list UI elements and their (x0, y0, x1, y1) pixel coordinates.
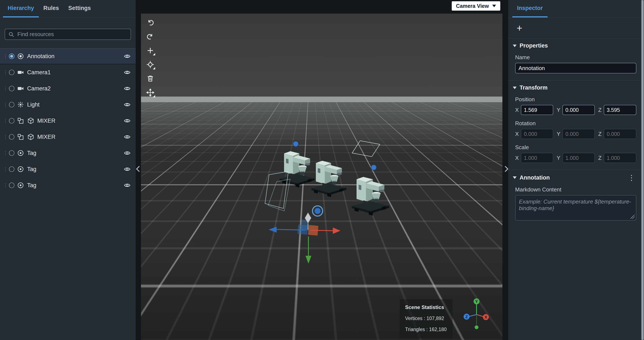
axis-y-label: Y (557, 155, 560, 161)
drag-handle-icon[interactable] (3, 86, 9, 91)
left-tabbar: Hierarchy Rules Settings (0, 0, 136, 18)
section-transform-header[interactable]: Transform (513, 84, 636, 91)
mixer-model-2[interactable] (312, 161, 346, 197)
tree-row-mixer1[interactable]: MIXER (0, 113, 136, 129)
search-input[interactable] (5, 29, 131, 40)
tree-row-tag2[interactable]: Tag (0, 161, 136, 177)
tree-row-annotation[interactable]: Annotation (0, 48, 136, 64)
scene-statistics-triangles: Triangles : 162,180 (405, 327, 447, 332)
radio[interactable] (9, 150, 14, 156)
tree-item-label: Tag (27, 182, 124, 189)
axis-y-label: Y (557, 131, 560, 137)
anchor-handle-1[interactable] (293, 141, 298, 147)
position-label: Position (515, 96, 636, 103)
drag-handle-icon[interactable] (3, 166, 9, 172)
markdown-content-textarea[interactable] (515, 195, 636, 221)
visibility-eye-icon[interactable] (124, 133, 130, 140)
viewport-toolbar (144, 17, 156, 101)
mixer-model-1[interactable] (280, 151, 314, 188)
add-component-button[interactable]: + (516, 23, 522, 33)
axis-x-label: X (484, 315, 487, 319)
position-y-field[interactable] (562, 105, 595, 115)
tree-item-label: Camera2 (27, 85, 124, 92)
annotation-icon (17, 53, 24, 60)
tab-inspector[interactable]: Inspector (512, 0, 548, 18)
visibility-eye-icon[interactable] (124, 182, 130, 189)
scene-canvas[interactable]: Y Z X (141, 14, 502, 340)
scene-statistics-title: Scene Statistics (405, 304, 447, 310)
radio[interactable] (9, 118, 14, 123)
undo-button[interactable] (144, 17, 156, 29)
tab-hierarchy[interactable]: Hierarchy (3, 0, 39, 18)
markdown-content-label: Markdown Content (515, 186, 636, 193)
camera-icon (17, 69, 24, 76)
radio[interactable] (9, 86, 14, 91)
cube-icon (27, 117, 34, 124)
move-tool-button[interactable] (144, 87, 156, 98)
visibility-eye-icon[interactable] (124, 166, 130, 173)
axis-x-label: X (515, 131, 519, 137)
anchor-handle-2[interactable] (371, 165, 376, 170)
component-icon (17, 133, 24, 140)
radio-selected[interactable] (9, 54, 14, 59)
mixer-model-3[interactable] (352, 177, 389, 215)
kebab-menu-icon[interactable] (626, 174, 636, 181)
visibility-eye-icon[interactable] (124, 53, 130, 60)
drag-handle-icon[interactable] (3, 102, 9, 107)
resize-handle-icon[interactable] (630, 215, 635, 219)
scene-statistics-vertices: Vertices : 107,892 (405, 316, 447, 321)
tree-row-camera2[interactable]: Camera2 (0, 80, 136, 97)
drag-handle-icon[interactable] (3, 70, 9, 75)
drag-handle-icon[interactable] (3, 183, 9, 188)
tree-item-label: MIXER (37, 118, 124, 124)
delete-button[interactable] (144, 73, 156, 84)
drag-handle-icon[interactable] (3, 54, 9, 59)
collapse-right-panel-icon[interactable] (502, 166, 508, 172)
camera-view-label: Camera View (456, 3, 489, 9)
axis-orientation-gizmo[interactable]: Y Z X (464, 298, 489, 329)
radio[interactable] (9, 70, 14, 75)
visibility-eye-icon[interactable] (124, 85, 130, 92)
tree-row-tag1[interactable]: Tag (0, 145, 136, 161)
radio[interactable] (9, 183, 14, 188)
radio[interactable] (9, 134, 14, 140)
viewport-region: Camera View (136, 0, 508, 340)
translate-gizmo[interactable] (268, 213, 340, 264)
visibility-eye-icon[interactable] (124, 101, 130, 108)
visibility-eye-icon[interactable] (124, 150, 130, 156)
tab-settings[interactable]: Settings (64, 0, 96, 18)
drag-handle-icon[interactable] (3, 118, 9, 123)
add-object-button[interactable] (144, 45, 156, 56)
tree-row-light[interactable]: Light (0, 97, 136, 113)
visibility-eye-icon[interactable] (124, 69, 130, 76)
cube-icon (27, 133, 34, 140)
resource-search (5, 29, 131, 40)
rotation-z-field (604, 129, 636, 139)
tree-row-camera1[interactable]: Camera1 (0, 64, 136, 80)
placement-tool-button[interactable] (144, 59, 156, 70)
radio[interactable] (9, 102, 14, 107)
visibility-eye-icon[interactable] (124, 117, 130, 124)
tree-row-mixer2[interactable]: MIXER (0, 129, 136, 145)
panel-scrollbar (641, 0, 644, 340)
section-properties-header[interactable]: Properties (513, 43, 636, 49)
section-annotation-header[interactable]: Annotation (513, 174, 636, 181)
chevron-down-icon (492, 5, 496, 7)
selected-anchor-handle[interactable] (312, 206, 323, 216)
position-x-field[interactable] (521, 105, 553, 115)
camera-view-dropdown[interactable]: Camera View (452, 1, 500, 11)
radio[interactable] (9, 166, 14, 172)
scrollbar-thumb[interactable] (642, 0, 644, 340)
drag-handle-icon[interactable] (3, 134, 9, 139)
tree-item-label: Tag (27, 166, 124, 173)
tab-rules[interactable]: Rules (39, 0, 64, 18)
chevron-down-icon (513, 176, 516, 179)
name-field[interactable] (515, 63, 636, 73)
position-row: X Y Z (515, 105, 636, 115)
chevron-down-icon (513, 45, 516, 47)
drag-handle-icon[interactable] (3, 150, 9, 155)
redo-button[interactable] (144, 31, 156, 43)
tree-row-tag3[interactable]: Tag (0, 177, 136, 193)
position-z-field[interactable] (604, 105, 636, 115)
rotation-x-field (521, 129, 553, 139)
